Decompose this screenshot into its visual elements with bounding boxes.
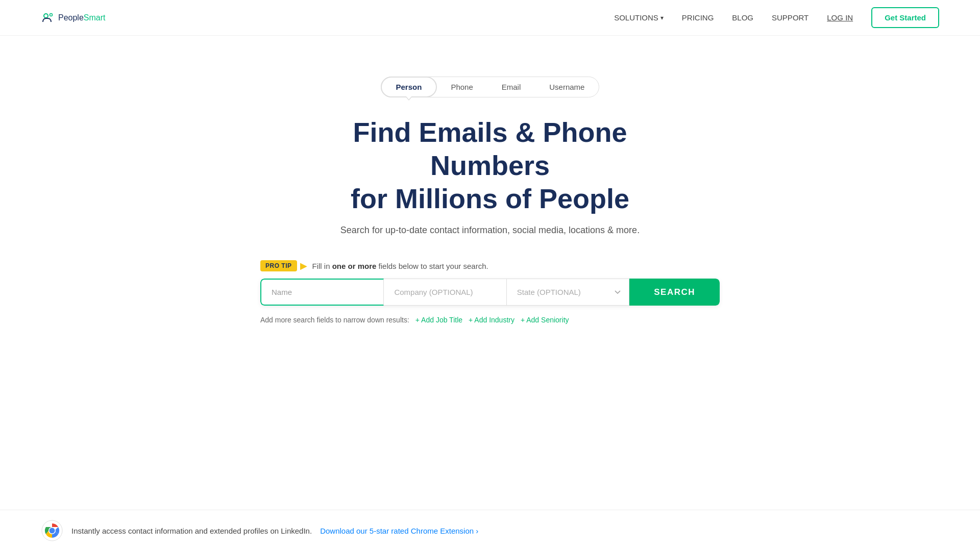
nav-solutions[interactable]: SOLUTIONS bbox=[614, 13, 664, 22]
tab-person[interactable]: Person bbox=[381, 77, 437, 97]
add-job-title-link[interactable]: + Add Job Title bbox=[415, 316, 462, 324]
tab-email[interactable]: Email bbox=[487, 78, 535, 96]
company-input[interactable] bbox=[384, 279, 506, 306]
nav-support[interactable]: SUPPORT bbox=[772, 13, 808, 22]
hero-heading: Find Emails & Phone Numbers for Millions… bbox=[311, 116, 669, 215]
tab-username[interactable]: Username bbox=[535, 78, 599, 96]
add-seniority-link[interactable]: + Add Seniority bbox=[521, 316, 569, 324]
pro-tip-row: PRO TIP ▶ Fill in one or more fields bel… bbox=[260, 260, 488, 271]
pro-tip-badge: PRO TIP bbox=[260, 260, 297, 271]
main-content: Person Phone Email Username Find Emails … bbox=[0, 36, 980, 324]
logo-text: PeopleSmart bbox=[58, 13, 106, 22]
svg-point-4 bbox=[50, 528, 55, 534]
navbar-links: SOLUTIONS PRICING BLOG SUPPORT LOG IN Ge… bbox=[614, 7, 939, 28]
extra-fields-row: Add more search fields to narrow down re… bbox=[260, 316, 569, 324]
chrome-icon bbox=[41, 519, 63, 542]
pro-tip-text: Fill in one or more fields below to star… bbox=[312, 262, 488, 270]
tab-phone[interactable]: Phone bbox=[436, 78, 487, 96]
footer-bar: Instantly access contact information and… bbox=[0, 510, 980, 551]
nav-login[interactable]: LOG IN bbox=[827, 13, 853, 22]
pro-tip-arrow-icon: ▶ bbox=[300, 260, 307, 271]
svg-point-0 bbox=[44, 14, 48, 18]
search-bar: State (OPTIONAL) Alabama Alaska Arizona … bbox=[260, 279, 720, 306]
state-select[interactable]: State (OPTIONAL) Alabama Alaska Arizona … bbox=[507, 279, 629, 306]
nav-pricing[interactable]: PRICING bbox=[682, 13, 714, 22]
navbar: PeopleSmart SOLUTIONS PRICING BLOG SUPPO… bbox=[0, 0, 980, 36]
logo-icon bbox=[41, 11, 55, 25]
add-industry-link[interactable]: + Add Industry bbox=[469, 316, 514, 324]
footer-text: Instantly access contact information and… bbox=[71, 527, 312, 535]
get-started-button[interactable]: Get Started bbox=[871, 7, 939, 28]
extra-fields-label: Add more search fields to narrow down re… bbox=[260, 316, 409, 324]
name-input[interactable] bbox=[260, 279, 384, 306]
search-button[interactable]: SEARCH bbox=[629, 279, 720, 306]
logo[interactable]: PeopleSmart bbox=[41, 11, 106, 25]
svg-point-1 bbox=[50, 13, 53, 16]
search-section: PRO TIP ▶ Fill in one or more fields bel… bbox=[260, 260, 720, 324]
hero-subheading: Search for up-to-date contact informatio… bbox=[340, 225, 640, 236]
search-tabs: Person Phone Email Username bbox=[381, 77, 600, 97]
chrome-extension-link[interactable]: Download our 5-star rated Chrome Extensi… bbox=[320, 527, 478, 535]
nav-blog[interactable]: BLOG bbox=[732, 13, 753, 22]
